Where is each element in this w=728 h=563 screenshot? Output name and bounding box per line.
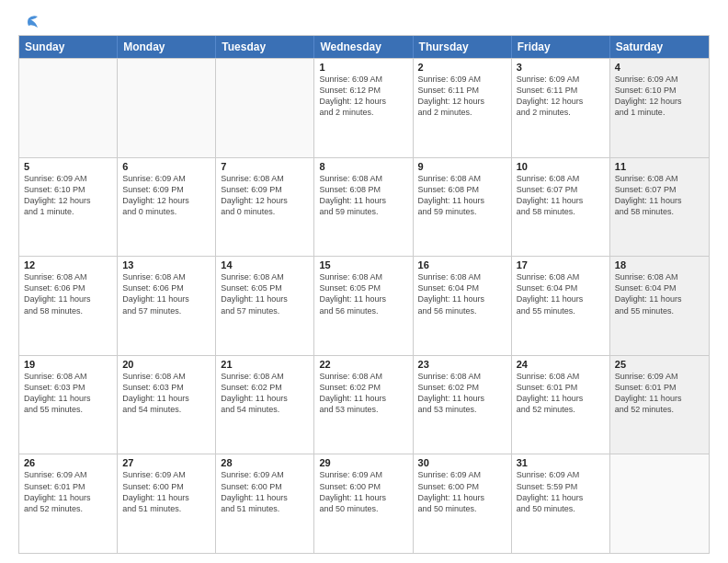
header-cell-tuesday: Tuesday: [216, 36, 314, 58]
cal-cell: 22Sunrise: 6:08 AMSunset: 6:02 PMDayligh…: [314, 356, 413, 454]
cal-cell: 18Sunrise: 6:08 AMSunset: 6:04 PMDayligh…: [610, 257, 709, 355]
cell-text: Sunrise: 6:09 AMSunset: 6:12 PMDaylight:…: [319, 74, 407, 119]
day-number: 14: [221, 259, 309, 270]
calendar-header: SundayMondayTuesdayWednesdayThursdayFrid…: [19, 36, 709, 58]
day-number: 13: [122, 259, 210, 270]
cal-cell: 20Sunrise: 6:08 AMSunset: 6:03 PMDayligh…: [118, 356, 216, 454]
cal-cell: 24Sunrise: 6:08 AMSunset: 6:01 PMDayligh…: [512, 356, 610, 454]
cal-cell: 11Sunrise: 6:08 AMSunset: 6:07 PMDayligh…: [610, 158, 709, 257]
header-cell-wednesday: Wednesday: [314, 36, 413, 58]
calendar-row-2: 12Sunrise: 6:08 AMSunset: 6:06 PMDayligh…: [19, 256, 709, 355]
cal-cell: 23Sunrise: 6:08 AMSunset: 6:02 PMDayligh…: [414, 356, 512, 454]
calendar-row-1: 5Sunrise: 6:09 AMSunset: 6:10 PMDaylight…: [19, 157, 709, 257]
cell-text: Sunrise: 6:09 AMSunset: 6:00 PMDaylight:…: [122, 469, 210, 514]
day-number: 19: [24, 359, 112, 370]
day-number: 7: [221, 161, 309, 172]
cal-cell: 14Sunrise: 6:08 AMSunset: 6:05 PMDayligh…: [216, 257, 314, 355]
cal-cell: 15Sunrise: 6:08 AMSunset: 6:05 PMDayligh…: [314, 257, 413, 355]
calendar-row-3: 19Sunrise: 6:08 AMSunset: 6:03 PMDayligh…: [19, 355, 709, 454]
cell-text: Sunrise: 6:08 AMSunset: 6:05 PMDaylight:…: [221, 271, 309, 316]
cell-text: Sunrise: 6:08 AMSunset: 6:02 PMDaylight:…: [319, 371, 407, 416]
cell-text: Sunrise: 6:08 AMSunset: 6:02 PMDaylight:…: [221, 371, 309, 416]
day-number: 3: [517, 62, 605, 73]
cal-cell: 28Sunrise: 6:09 AMSunset: 6:00 PMDayligh…: [216, 454, 314, 553]
cal-cell: 6Sunrise: 6:09 AMSunset: 6:09 PMDaylight…: [118, 158, 216, 257]
cell-text: Sunrise: 6:09 AMSunset: 6:01 PMDaylight:…: [615, 371, 704, 416]
day-number: 24: [517, 359, 605, 370]
day-number: 16: [418, 259, 506, 270]
cal-cell: 17Sunrise: 6:08 AMSunset: 6:04 PMDayligh…: [512, 257, 610, 355]
cell-text: Sunrise: 6:08 AMSunset: 6:03 PMDaylight:…: [122, 371, 210, 416]
cal-cell: 4Sunrise: 6:09 AMSunset: 6:10 PMDaylight…: [610, 59, 709, 157]
cal-cell: 25Sunrise: 6:09 AMSunset: 6:01 PMDayligh…: [610, 356, 709, 454]
cell-text: Sunrise: 6:08 AMSunset: 6:09 PMDaylight:…: [221, 173, 309, 218]
day-number: 25: [615, 359, 704, 370]
header-cell-monday: Monday: [118, 36, 216, 58]
header: [18, 15, 710, 28]
day-number: 26: [24, 457, 112, 468]
day-number: 28: [221, 457, 309, 468]
cell-text: Sunrise: 6:08 AMSunset: 6:05 PMDaylight:…: [319, 271, 407, 316]
cal-cell: 21Sunrise: 6:08 AMSunset: 6:02 PMDayligh…: [216, 356, 314, 454]
cell-text: Sunrise: 6:08 AMSunset: 6:03 PMDaylight:…: [24, 371, 112, 416]
calendar-row-0: 1Sunrise: 6:09 AMSunset: 6:12 PMDaylight…: [19, 58, 709, 157]
cell-text: Sunrise: 6:09 AMSunset: 6:10 PMDaylight:…: [24, 173, 112, 218]
cell-text: Sunrise: 6:09 AMSunset: 6:00 PMDaylight:…: [319, 469, 407, 514]
cell-text: Sunrise: 6:09 AMSunset: 6:11 PMDaylight:…: [517, 74, 605, 119]
calendar-row-4: 26Sunrise: 6:09 AMSunset: 6:01 PMDayligh…: [19, 454, 709, 553]
cell-text: Sunrise: 6:08 AMSunset: 6:08 PMDaylight:…: [418, 173, 506, 218]
day-number: 15: [319, 259, 407, 270]
cell-text: Sunrise: 6:08 AMSunset: 6:04 PMDaylight:…: [418, 271, 506, 316]
cell-text: Sunrise: 6:08 AMSunset: 6:01 PMDaylight:…: [517, 371, 605, 416]
day-number: 10: [517, 161, 605, 172]
cal-cell: 7Sunrise: 6:08 AMSunset: 6:09 PMDaylight…: [216, 158, 314, 257]
cell-text: Sunrise: 6:08 AMSunset: 6:06 PMDaylight:…: [24, 271, 112, 316]
cal-cell: 9Sunrise: 6:08 AMSunset: 6:08 PMDaylight…: [414, 158, 512, 257]
cell-text: Sunrise: 6:08 AMSunset: 6:02 PMDaylight:…: [418, 371, 506, 416]
cal-cell: 30Sunrise: 6:09 AMSunset: 6:00 PMDayligh…: [414, 454, 512, 553]
cal-cell: 16Sunrise: 6:08 AMSunset: 6:04 PMDayligh…: [414, 257, 512, 355]
day-number: 5: [24, 161, 112, 172]
cal-cell: 10Sunrise: 6:08 AMSunset: 6:07 PMDayligh…: [512, 158, 610, 257]
cell-text: Sunrise: 6:09 AMSunset: 6:09 PMDaylight:…: [122, 173, 210, 218]
cell-text: Sunrise: 6:08 AMSunset: 6:07 PMDaylight:…: [615, 173, 704, 218]
header-cell-friday: Friday: [512, 36, 610, 58]
cal-cell: 19Sunrise: 6:08 AMSunset: 6:03 PMDayligh…: [19, 356, 118, 454]
cell-text: Sunrise: 6:09 AMSunset: 6:10 PMDaylight:…: [615, 74, 704, 119]
calendar: SundayMondayTuesdayWednesdayThursdayFrid…: [18, 35, 710, 554]
calendar-body: 1Sunrise: 6:09 AMSunset: 6:12 PMDaylight…: [19, 58, 709, 553]
day-number: 31: [517, 457, 605, 468]
day-number: 30: [418, 457, 506, 468]
cal-cell: 2Sunrise: 6:09 AMSunset: 6:11 PMDaylight…: [414, 59, 512, 157]
cell-text: Sunrise: 6:09 AMSunset: 6:11 PMDaylight:…: [418, 74, 506, 119]
day-number: 4: [615, 62, 704, 73]
day-number: 27: [122, 457, 210, 468]
cal-cell: [216, 59, 314, 157]
cell-text: Sunrise: 6:08 AMSunset: 6:08 PMDaylight:…: [319, 173, 407, 218]
day-number: 23: [418, 359, 506, 370]
logo-icon: [19, 15, 40, 31]
cal-cell: 31Sunrise: 6:09 AMSunset: 5:59 PMDayligh…: [512, 454, 610, 553]
cal-cell: 27Sunrise: 6:09 AMSunset: 6:00 PMDayligh…: [118, 454, 216, 553]
logo: [18, 15, 40, 28]
cal-cell: 8Sunrise: 6:08 AMSunset: 6:08 PMDaylight…: [314, 158, 413, 257]
cell-text: Sunrise: 6:08 AMSunset: 6:07 PMDaylight:…: [517, 173, 605, 218]
cell-text: Sunrise: 6:09 AMSunset: 6:01 PMDaylight:…: [24, 469, 112, 514]
cal-cell: 1Sunrise: 6:09 AMSunset: 6:12 PMDaylight…: [314, 59, 413, 157]
cal-cell: 13Sunrise: 6:08 AMSunset: 6:06 PMDayligh…: [118, 257, 216, 355]
cal-cell: 12Sunrise: 6:08 AMSunset: 6:06 PMDayligh…: [19, 257, 118, 355]
cal-cell: 5Sunrise: 6:09 AMSunset: 6:10 PMDaylight…: [19, 158, 118, 257]
day-number: 1: [319, 62, 407, 73]
cell-text: Sunrise: 6:08 AMSunset: 6:04 PMDaylight:…: [615, 271, 704, 316]
header-cell-saturday: Saturday: [610, 36, 709, 58]
cell-text: Sunrise: 6:08 AMSunset: 6:06 PMDaylight:…: [122, 271, 210, 316]
day-number: 6: [122, 161, 210, 172]
cal-cell: 3Sunrise: 6:09 AMSunset: 6:11 PMDaylight…: [512, 59, 610, 157]
day-number: 9: [418, 161, 506, 172]
cell-text: Sunrise: 6:09 AMSunset: 6:00 PMDaylight:…: [418, 469, 506, 514]
day-number: 18: [615, 259, 704, 270]
day-number: 21: [221, 359, 309, 370]
cell-text: Sunrise: 6:09 AMSunset: 5:59 PMDaylight:…: [517, 469, 605, 514]
cal-cell: 29Sunrise: 6:09 AMSunset: 6:00 PMDayligh…: [314, 454, 413, 553]
cal-cell: 26Sunrise: 6:09 AMSunset: 6:01 PMDayligh…: [19, 454, 118, 553]
